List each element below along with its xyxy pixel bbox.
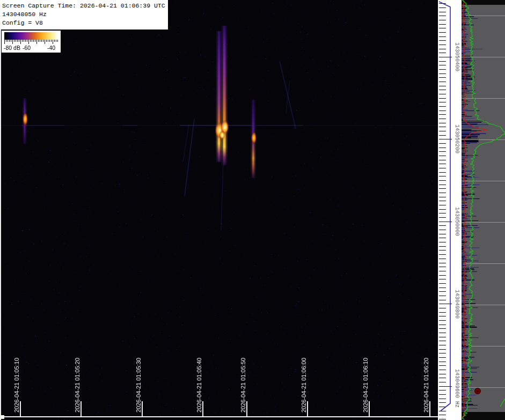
spectrogram-app: Screen Capture Time: 2026-04-21 01:06:39…: [0, 0, 505, 420]
time-axis-line: [0, 416, 439, 417]
time-axis-corner: [0, 415, 4, 419]
freq-label: 143050000: [454, 207, 460, 236]
center-frequency-text: 143048050 Hz: [2, 10, 166, 19]
time-label: 2026-04-21 01:06:00: [301, 358, 307, 412]
time-label: 2026-04-21 01:05:50: [240, 358, 246, 412]
config-text: Config = V8: [2, 19, 166, 27]
time-label: 2026-04-21 01:06:10: [362, 358, 369, 412]
time-tick: [142, 401, 143, 416]
time-label: 2026-04-21 01:05:40: [196, 358, 202, 412]
time-label: 2026-04-21 01:05:30: [135, 358, 142, 412]
waterfall-display: [0, 0, 438, 420]
colorbar-major-ticks: [4, 42, 58, 44]
time-tick: [429, 401, 430, 416]
colorbar-label-min: -80 dB: [4, 45, 20, 51]
colorbar-gradient: [4, 32, 58, 40]
freq-label: 143049600 Hz: [454, 369, 460, 408]
time-tick: [307, 401, 308, 416]
freq-label: 143050200: [454, 124, 460, 153]
colorbar-labels: -80 dB -60 -40: [3, 45, 59, 51]
spectrum-panel: [462, 0, 505, 420]
time-tick: [369, 401, 370, 416]
left-border-line: [0, 0, 1, 420]
capture-info-box: Screen Capture Time: 2026-04-21 01:06:39…: [0, 0, 168, 30]
time-tick: [246, 401, 247, 416]
time-label: 2026-04-21 01:05:10: [13, 358, 20, 412]
time-tick: [80, 401, 82, 416]
time-tick: [20, 401, 21, 416]
colorbar-label-mid: -60: [23, 45, 31, 51]
colorbar-label-max: -40: [47, 45, 55, 51]
time-label: 2026-04-21 01:05:20: [74, 358, 80, 412]
capture-time-text: Screen Capture Time: 2026-04-21 01:06:39…: [2, 2, 166, 10]
freq-label: 143050400: [454, 42, 460, 71]
freq-label: 143049800: [454, 290, 460, 319]
time-label: 2026-04-21 01:06:20: [423, 358, 429, 412]
time-tick: [202, 401, 203, 416]
colorbar-legend: -80 dB -60 -40: [2, 31, 61, 53]
